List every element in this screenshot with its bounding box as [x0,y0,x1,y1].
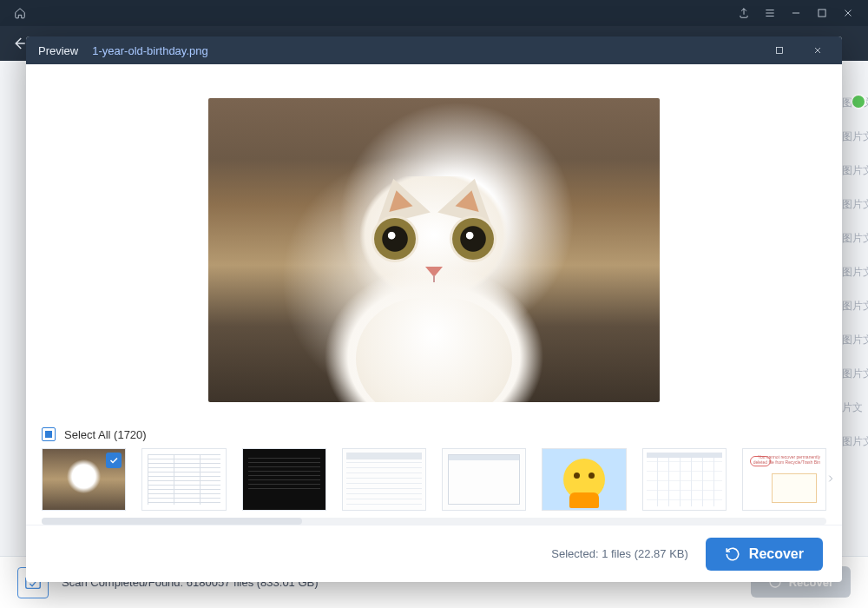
modal-filename: 1-year-old-birthday.png [92,44,207,57]
thumbnail-item[interactable] [42,448,126,511]
select-all-label: Select All (1720) [64,428,147,441]
menu-icon[interactable] [757,0,783,26]
back-icon[interactable] [10,35,28,52]
recover-icon [725,546,740,562]
preview-image [208,98,660,402]
app-titlebar [0,0,868,26]
select-all-row[interactable]: Select All (1720) [26,424,842,448]
maximize-icon[interactable] [809,0,835,26]
recover-button[interactable]: Recover [706,538,823,571]
thumbnail-scrollbar[interactable] [42,518,826,525]
background-right-list: 图片文 图片文 图片文 图片文 图片文 图片文 图片文 图片文 图片文 片文 图… [842,61,868,556]
svg-rect-0 [819,10,825,17]
thumbnail-item[interactable] [342,448,426,511]
thumbnail-check-icon [106,453,122,468]
thumbnail-item[interactable] [242,448,326,511]
home-icon[interactable] [7,0,33,26]
select-all-checkbox[interactable] [42,427,56,441]
thumbnail-item[interactable]: You cannot recover permanently deleted f… [742,448,826,511]
thumbnail-item[interactable] [442,448,526,511]
status-dot-icon [852,96,865,108]
thumbnail-next-icon[interactable] [821,461,840,496]
close-icon[interactable] [835,0,861,26]
thumbnail-strip: You cannot recover permanently deleted f… [26,448,842,516]
selected-count-text: Selected: 1 files (22.87 KB) [551,547,688,560]
thumbnail-item[interactable] [141,448,226,511]
svg-rect-1 [777,48,783,54]
preview-modal: Preview 1-year-old-birthday.png Select A… [26,36,842,582]
minimize-icon[interactable] [783,0,809,26]
modal-close-icon[interactable] [806,38,830,63]
modal-header: Preview 1-year-old-birthday.png [26,36,842,64]
preview-area [26,64,842,424]
modal-footer: Selected: 1 files (22.87 KB) Recover [26,525,842,582]
thumbnail-item[interactable] [642,448,727,511]
scrollbar-handle[interactable] [42,518,302,525]
modal-maximize-icon[interactable] [767,38,792,63]
share-icon[interactable] [731,0,757,26]
modal-title: Preview [38,44,78,57]
thumbnail-item[interactable] [542,448,626,511]
